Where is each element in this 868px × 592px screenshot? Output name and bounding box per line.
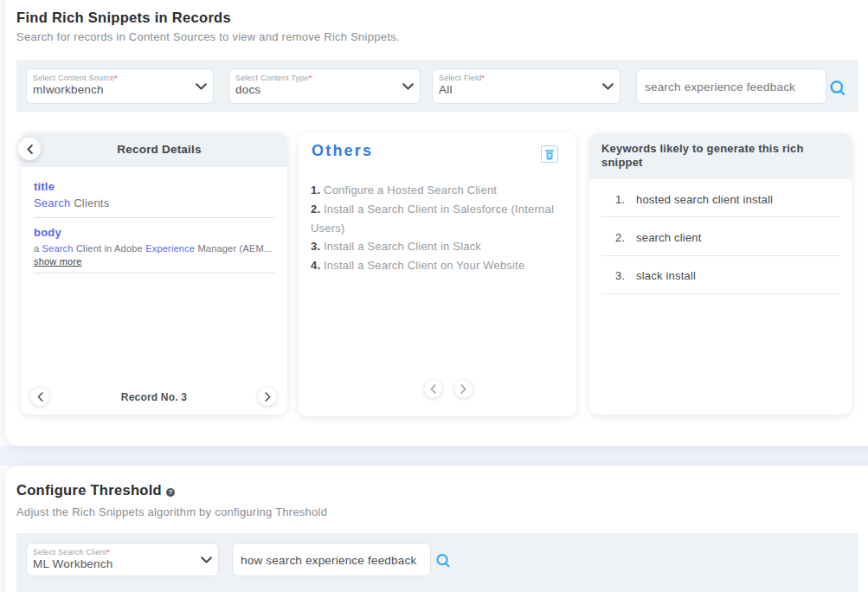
- page-subtitle: Search for records in Content Sources to…: [16, 30, 400, 43]
- record-details-title: Record Details: [21, 132, 287, 167]
- divider: [34, 273, 274, 273]
- keyword-text: slack install: [636, 269, 696, 282]
- divider: [34, 217, 274, 218]
- others-list-item[interactable]: 1. Configure a Hosted Search Client: [311, 181, 566, 200]
- search-client-select[interactable]: Select Search Client* ML Workbench: [26, 543, 219, 576]
- others-list-item[interactable]: 4. Install a Search Client on Your Websi…: [311, 256, 566, 275]
- label-text: Select Field: [439, 74, 481, 82]
- label-text: Select Content Type: [235, 74, 309, 82]
- content-type-select[interactable]: Select Content Type* docs: [228, 68, 421, 104]
- value-text: Client in Adobe: [74, 243, 146, 254]
- divider: [601, 255, 840, 256]
- record-number: Record No. 3: [21, 391, 287, 403]
- record-details-header: Record Details: [21, 132, 287, 167]
- list-item-number: 1.: [311, 183, 320, 196]
- search-icon[interactable]: [436, 554, 452, 569]
- field-name-title: title: [34, 180, 55, 193]
- others-list-item[interactable]: 3. Install a Search Client in Slack: [311, 237, 566, 256]
- section-gap: [0, 446, 868, 466]
- chevron-down-icon: [402, 83, 414, 90]
- others-list-item[interactable]: 2. Install a Search Client in Salesforce…: [311, 200, 566, 238]
- keyword-number: 3.: [615, 269, 625, 282]
- keyword-text: search client: [636, 231, 702, 244]
- content-source-select[interactable]: Select Content Source* mlworkbench: [26, 68, 214, 104]
- keyword-number: 1.: [615, 193, 625, 206]
- label-text: Select Search Client: [33, 548, 107, 557]
- list-item-number: 4.: [311, 259, 320, 272]
- list-item-text: Install a Search Client on Your Website: [320, 259, 524, 272]
- list-item-text: Configure a Hosted Search Client: [320, 183, 497, 196]
- chevron-down-icon: [602, 83, 614, 90]
- record-search-input[interactable]: search experience feedback: [636, 68, 826, 104]
- collapse-record-button[interactable]: [18, 138, 41, 160]
- threshold-search-input-value: how search experience feedback: [241, 553, 416, 566]
- chevron-down-icon: [201, 557, 212, 563]
- content-type-value: docs: [235, 83, 260, 96]
- content-type-label: Select Content Type*: [235, 74, 312, 82]
- label-text: Select Content Source: [33, 74, 114, 82]
- highlighted-term: Experience: [145, 243, 195, 254]
- record-search-input-value: search experience feedback: [645, 80, 795, 93]
- list-item-text: Install a Search Client in Slack: [320, 240, 481, 253]
- help-icon[interactable]: ?: [166, 488, 175, 497]
- chevron-right-icon: [265, 392, 271, 402]
- divider: [601, 216, 840, 217]
- chevron-left-icon: [430, 384, 436, 394]
- page: Find Rich Snippets in Records Search for…: [0, 0, 868, 592]
- record-details-card: Record Details title Search Clients body…: [21, 132, 287, 415]
- value-text: Clients: [70, 196, 109, 209]
- keywords-card-header: Keywords likely to generate this rich sn…: [589, 133, 852, 179]
- search-client-label: Select Search Client*: [33, 548, 110, 557]
- field-select[interactable]: Select Field* All: [432, 68, 620, 104]
- search-client-value: ML Workbench: [33, 557, 113, 570]
- remove-rich-snippet-button[interactable]: [541, 145, 558, 163]
- field-value-body: a Search Client in Adobe Experience Mana…: [34, 243, 273, 254]
- field-label: Select Field*: [439, 74, 485, 82]
- others-previous-button[interactable]: [424, 380, 442, 398]
- threshold-search-input[interactable]: how search experience feedback: [232, 543, 431, 576]
- highlighted-term: Search: [42, 243, 74, 254]
- value-text: Manager (AEM...: [195, 243, 272, 254]
- highlighted-term: Search: [34, 196, 70, 209]
- others-next-button[interactable]: [454, 380, 473, 398]
- content-source-value: mlworkbench: [33, 83, 104, 96]
- required-asterisk: *: [309, 74, 312, 82]
- show-more-link[interactable]: show more: [34, 256, 82, 267]
- chevron-down-icon: [196, 83, 207, 90]
- chevron-left-icon: [27, 145, 33, 154]
- required-asterisk: *: [107, 548, 111, 557]
- list-item-number: 3.: [311, 240, 320, 253]
- field-value: All: [439, 83, 453, 96]
- list-item-text: Install a Search Client in Salesforce (I…: [311, 203, 554, 235]
- page-title: Find Rich Snippets in Records: [16, 10, 231, 26]
- search-icon[interactable]: [830, 80, 847, 98]
- divider: [601, 293, 840, 294]
- field-value-title: Search Clients: [34, 196, 109, 209]
- content-source-label: Select Content Source*: [33, 74, 118, 82]
- required-asterisk: *: [114, 74, 118, 82]
- field-name-body: body: [34, 226, 61, 239]
- threshold-title: Configure Threshold: [16, 482, 162, 499]
- others-card-title: Others: [312, 142, 373, 160]
- keywords-card-title: Keywords likely to generate this rich sn…: [589, 133, 852, 169]
- threshold-heading: Configure Threshold?: [16, 482, 175, 499]
- keywords-card: Keywords likely to generate this rich sn…: [589, 133, 852, 415]
- next-record-button[interactable]: [258, 387, 277, 406]
- others-list: 1. Configure a Hosted Search Client 2. I…: [311, 181, 566, 275]
- value-text: a: [34, 243, 42, 254]
- threshold-subtitle: Adjust the Rich Snippets algorithm by co…: [16, 505, 327, 518]
- keyword-number: 2.: [615, 231, 625, 244]
- keyword-text: hosted search client install: [636, 193, 773, 206]
- chevron-right-icon: [460, 384, 466, 394]
- required-asterisk: *: [481, 74, 485, 82]
- list-item-number: 2.: [311, 203, 320, 216]
- others-card: Others 1. Configure a Hosted Search Clie…: [299, 132, 576, 416]
- trash-icon: [544, 149, 555, 160]
